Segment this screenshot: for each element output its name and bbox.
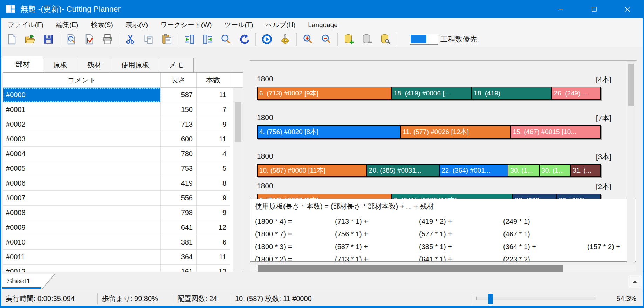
bar-segment[interactable]: 18. (419) #0006 [... [391, 87, 471, 99]
new-document-button[interactable] [3, 32, 21, 47]
bar-segment[interactable]: 11. (577) #0026 [12本] [400, 126, 510, 138]
table-row[interactable]: #00075569 [3, 191, 233, 206]
scroll-up-button[interactable] [628, 275, 642, 288]
close-button[interactable] [611, 0, 644, 18]
formula-cell: (419 * 2) + [419, 217, 503, 226]
bar-segment[interactable]: 30. (1... [539, 165, 570, 176]
menu-item-5[interactable]: ワークシート(W) [154, 18, 218, 32]
diagram-row-labels: 1800[2本] [257, 182, 611, 192]
menu-item-4[interactable]: 表示(V) [119, 18, 154, 32]
run-settings-button[interactable] [276, 32, 294, 47]
page-check-icon [84, 34, 95, 45]
zoom-in-button[interactable] [299, 32, 317, 47]
left-panel-tabs: 部材原板残材使用原板メモ [2, 56, 194, 72]
column-header-3[interactable]: 本数 [197, 73, 230, 87]
maximize-button[interactable] [577, 0, 611, 18]
undo-button[interactable] [235, 32, 253, 47]
insert-row-after-button[interactable] [199, 32, 217, 47]
table-scrollbar-thumb[interactable] [235, 102, 241, 142]
database-add-button[interactable] [340, 32, 358, 47]
find-button[interactable] [217, 32, 235, 47]
menu-item-7[interactable]: ヘルプ(H) [260, 18, 302, 32]
progress-slider-thumb[interactable] [488, 294, 493, 304]
cell-length: 600 [161, 132, 197, 147]
paste-icon [161, 34, 172, 45]
insert-row-before-button[interactable] [180, 32, 199, 47]
print-preview-button[interactable] [62, 32, 80, 47]
menu-item-1[interactable]: ファイル(F) [1, 18, 50, 32]
bar-segment[interactable]: 15. (467) #0015 [10... [510, 126, 600, 138]
diagram-scrollbar-thumb[interactable] [628, 64, 634, 106]
bar-segment[interactable]: 26. (249) ... [551, 87, 600, 99]
table-row[interactable]: #00027139 [3, 117, 233, 132]
bar-segment[interactable]: 18. (419) [471, 87, 551, 99]
table-row[interactable]: #00103816 [3, 235, 233, 250]
formula-cell: (1800 * 2) = [255, 255, 335, 262]
table-row[interactable]: #00047804 [3, 147, 233, 161]
database-remove-button[interactable] [358, 32, 376, 47]
paste-button[interactable] [158, 32, 176, 47]
table-row[interactable]: #00011507 [3, 102, 233, 117]
cell-length: 713 [161, 117, 197, 132]
table-row[interactable]: #00087989 [3, 206, 233, 220]
minimize-button[interactable] [544, 0, 577, 18]
window-border-bottom [0, 306, 644, 308]
formula-cell: (1800 * 4) = [255, 217, 335, 226]
priority-indicator[interactable] [410, 34, 438, 45]
table-row[interactable]: #000058711 [3, 88, 233, 102]
diagram-hscrollbar-thumb[interactable] [258, 265, 563, 272]
cell-count: 8 [197, 176, 230, 191]
save-file-button[interactable] [39, 32, 57, 47]
menu-item-6[interactable]: ツール(T) [218, 18, 259, 32]
bar-segment[interactable]: 6. (713) #0002 [9本] [258, 87, 391, 99]
cell-comment: #0002 [3, 117, 161, 132]
copy-button[interactable] [139, 32, 158, 47]
bar-segment[interactable]: 31. (... [570, 165, 600, 176]
bar-segment[interactable]: 4. (756) #0020 [8本] [258, 126, 400, 138]
toolbar-separator [397, 33, 397, 46]
bar-segment[interactable]: 30. (1... [508, 165, 539, 176]
zoom-in-icon [302, 34, 314, 45]
menu-item-2[interactable]: 編集(E) [50, 18, 84, 32]
table-row[interactable]: #001136411 [3, 250, 233, 265]
tab-メモ[interactable]: メモ [159, 58, 194, 72]
bar-segment[interactable]: 10. (587) #0000 [11本] [258, 165, 366, 176]
status-progress-zone: 54.3% [471, 291, 643, 306]
formula-cell: (223 * 2) [503, 255, 587, 262]
menu-item-3[interactable]: 検索(S) [84, 18, 119, 32]
column-header-1[interactable]: コメント [3, 73, 161, 87]
table-row[interactable]: #000360011 [3, 132, 233, 147]
table-row[interactable]: #000964112 [3, 220, 233, 235]
progress-slider-track[interactable] [476, 297, 596, 300]
cell-length: 161 [161, 265, 197, 272]
piece-count-label: [7本] [596, 113, 611, 123]
tab-使用原板[interactable]: 使用原板 [111, 58, 159, 72]
open-file-button[interactable] [21, 32, 39, 47]
zoom-out-button[interactable] [317, 32, 335, 47]
cell-count: 11 [197, 88, 230, 102]
title-bar: 無題 -(更新)- Cutting Planner [0, 0, 644, 18]
column-header-2[interactable]: 長さ [161, 73, 197, 87]
tab-残材[interactable]: 残材 [77, 58, 111, 72]
sheet-tab-bar: Sheet1 [1, 272, 643, 291]
menu-item-8[interactable]: Language [302, 18, 344, 32]
sheet-tab-label[interactable]: Sheet1 [7, 277, 30, 285]
table-row[interactable]: #00057535 [3, 161, 233, 176]
left-panel: 部材原板残材使用原板メモ コメント長さ本数 #000058711#0001150… [1, 47, 248, 272]
close-icon [625, 7, 630, 12]
table-row[interactable]: #001216112 [3, 265, 233, 272]
tab-原板[interactable]: 原板 [43, 58, 77, 72]
run-calculation-button[interactable] [258, 32, 276, 47]
cell-comment: #0001 [3, 102, 161, 117]
tab-部材[interactable]: 部材 [2, 56, 43, 72]
table-vertical-scrollbar[interactable] [233, 88, 243, 272]
bar-segment[interactable]: 22. (364) #001... [439, 165, 508, 176]
page-check-button[interactable] [80, 32, 98, 47]
diagram-horizontal-scrollbar[interactable] [250, 265, 636, 272]
diagram-vertical-scrollbar[interactable] [627, 61, 635, 263]
print-button[interactable] [98, 32, 117, 47]
database-key-button[interactable] [376, 32, 395, 47]
table-row[interactable]: #00064198 [3, 176, 233, 191]
cut-button[interactable] [121, 32, 139, 47]
bar-segment[interactable]: 20. (385) #0031... [366, 165, 439, 176]
